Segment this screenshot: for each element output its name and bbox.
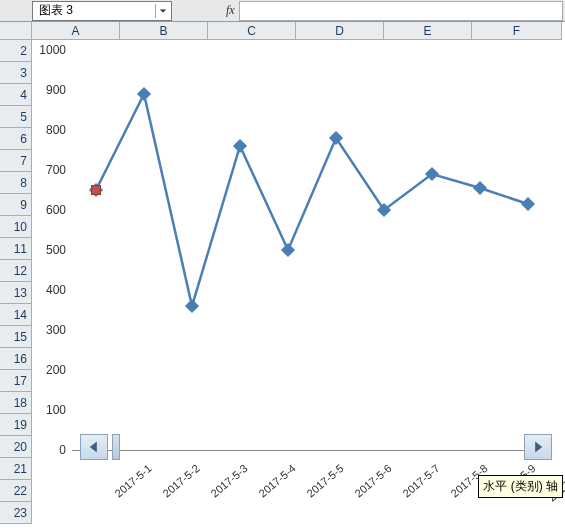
row-header-16[interactable]: 16 [0,348,32,370]
y-tick-label: 100 [46,403,66,417]
row-header-9[interactable]: 9 [0,194,32,216]
row-header-7[interactable]: 7 [0,150,32,172]
y-tick-label: 600 [46,203,66,217]
row-header-6[interactable]: 6 [0,128,32,150]
plot-area[interactable] [72,50,552,450]
row-header-12[interactable]: 12 [0,260,32,282]
row-headers: 234567891011121314151617181920212223 [0,40,32,528]
row-header-10[interactable]: 10 [0,216,32,238]
column-header-F[interactable]: F [472,22,562,40]
y-tick-label: 900 [46,83,66,97]
sheet-area: ABCDEF 234567891011121314151617181920212… [0,22,565,528]
column-header-C[interactable]: C [208,22,296,40]
row-header-13[interactable]: 13 [0,282,32,304]
row-header-8[interactable]: 8 [0,172,32,194]
x-tick-label: 2017-5-2 [160,462,201,500]
select-all-corner[interactable] [0,22,32,40]
row-header-17[interactable]: 17 [0,370,32,392]
name-box-value: 图表 3 [39,2,73,19]
embedded-chart[interactable]: 01002003004005006007008009001000 2017-5-… [32,40,562,520]
y-tick-label: 800 [46,123,66,137]
scroll-thumb[interactable] [112,434,120,460]
x-tick-label: 2017-5-7 [400,462,441,500]
y-tick-label: 500 [46,243,66,257]
row-header-14[interactable]: 14 [0,304,32,326]
y-axis-ticks: 01002003004005006007008009001000 [32,50,70,450]
y-tick-label: 700 [46,163,66,177]
x-tick-label: 2017-5-5 [304,462,345,500]
x-tick-label: 2017-5-6 [352,462,393,500]
row-header-3[interactable]: 3 [0,62,32,84]
name-box[interactable]: 图表 3 [32,1,172,21]
scroll-right-button[interactable] [524,434,552,460]
formula-bar: 图表 3 fx [0,0,565,22]
axis-tooltip: 水平 (类别) 轴 [478,475,563,498]
x-tick-label: 2017-5-4 [256,462,297,500]
y-tick-label: 300 [46,323,66,337]
row-header-15[interactable]: 15 [0,326,32,348]
row-header-4[interactable]: 4 [0,84,32,106]
row-header-19[interactable]: 19 [0,414,32,436]
column-header-A[interactable]: A [32,22,120,40]
y-tick-label: 1000 [39,43,66,57]
x-axis[interactable] [72,450,552,451]
row-header-21[interactable]: 21 [0,458,32,480]
y-tick-label: 200 [46,363,66,377]
y-tick-label: 0 [59,443,66,457]
row-header-11[interactable]: 11 [0,238,32,260]
x-tick-label: 2017-5-3 [208,462,249,500]
formula-input[interactable] [239,1,563,21]
column-header-E[interactable]: E [384,22,472,40]
y-tick-label: 400 [46,283,66,297]
row-header-22[interactable]: 22 [0,480,32,502]
column-header-B[interactable]: B [120,22,208,40]
row-header-5[interactable]: 5 [0,106,32,128]
fx-label: fx [226,3,235,18]
row-header-18[interactable]: 18 [0,392,32,414]
name-box-dropdown-icon[interactable] [155,4,169,18]
row-header-20[interactable]: 20 [0,436,32,458]
line-series [72,50,552,450]
row-header-23[interactable]: 23 [0,502,32,524]
x-tick-label: 2017-5-1 [112,462,153,500]
row-header-2[interactable]: 2 [0,40,32,62]
column-header-D[interactable]: D [296,22,384,40]
highlight-marker[interactable] [91,185,101,195]
scroll-left-button[interactable] [80,434,108,460]
column-headers: ABCDEF [32,22,565,40]
